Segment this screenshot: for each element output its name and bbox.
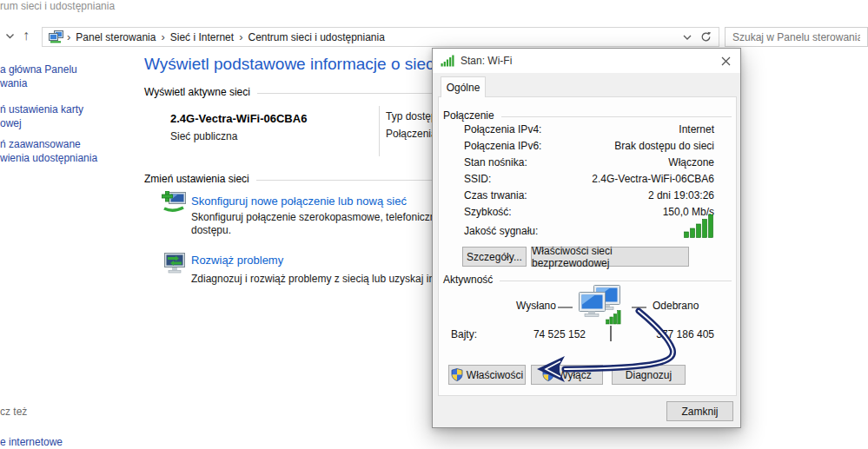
network-sharing-center-window: rum sieci i udostępniania ↑ › Panel ster… [0,0,868,449]
bytes-received-value: 377 186 405 [656,328,714,340]
bytes-separator [610,326,612,341]
row-value: Włączone [668,156,714,168]
sidebar-item-label: a główna Panelu [0,63,77,76]
up-arrow-icon[interactable]: ↑ [23,29,30,43]
row-label: Połączenia IPv6: [464,140,541,152]
window-title: rum sieci i udostępniania [0,0,115,12]
row-label: Szybkość: [464,206,512,218]
setup-new-connection-desc: dostępu. [191,224,231,236]
wifi-signal-icon [441,55,454,67]
dialog-title: Stan: Wi-Fi [461,55,512,67]
group-label: Aktywność [443,274,493,286]
tab-general[interactable]: Ogólne [441,76,486,97]
group-label: Połączenie [443,109,494,122]
troubleshoot-link[interactable]: Rozwiąż problemy [191,254,283,267]
sidebar-item-label: wania [0,76,77,90]
dialog-titlebar: Stan: Wi-Fi [433,49,740,73]
diagnose-button[interactable]: Diagnozuj [612,365,686,385]
see-also-label: cz też [0,406,27,418]
group-divider [501,116,732,117]
signal-quality-label: Jakość sygnału: [464,225,538,237]
close-icon[interactable] [718,53,733,69]
bytes-sent-value: 74 525 152 [533,328,586,340]
details-button[interactable]: Szczegóły... [462,247,527,267]
sidebar-item-label: owej [0,116,83,130]
uac-shield-icon [542,368,554,381]
section-label: Zmień ustawienia sieci [144,173,249,185]
new-connection-icon [162,191,188,214]
properties-button-label: Właściwości [467,369,523,381]
network-icon [49,30,63,43]
received-label: Odebrano [653,300,699,312]
close-dialog-button[interactable]: Zamknij [666,401,733,421]
row-label: Stan nośnika: [464,156,527,168]
disable-button[interactable]: Wyłącz [531,365,603,385]
properties-button[interactable]: Właściwości [448,365,526,385]
sidebar-item-change-adapter-settings[interactable]: ń ustawienia karty owej [0,102,83,130]
setup-new-connection-link[interactable]: Skonfiguruj nowe połączenie lub nową sie… [191,195,407,208]
uac-shield-icon [451,368,463,381]
sent-label: Wysłano [516,300,553,312]
sidebar-item-label: wienia udostępniania [0,151,97,165]
breadcrumb-item-centrum-sieci[interactable]: Centrum sieci i udostępniania [243,31,388,43]
row-label: SSID: [464,173,491,185]
row-label: Połączenia IPv4: [464,123,541,135]
group-divider [500,281,732,281]
row-value: Brak dostępu do sieci [614,140,714,152]
search-input[interactable] [725,27,868,47]
column-divider [379,106,380,156]
section-label: Wyświetl aktywne sieci [144,86,250,98]
sidebar-item-internet-options[interactable]: e internetowe [0,435,63,449]
sidebar-item-advanced-sharing-settings[interactable]: ń zaawansowane wienia udostępniania [0,137,97,165]
sent-dash [558,307,573,308]
bytes-label: Bajty: [451,328,477,340]
history-chevron-icon[interactable] [5,33,15,39]
received-dash [632,307,646,308]
sidebar-item-control-panel-home[interactable]: a główna Panelu wania [0,63,77,90]
row-value: 2.4G-Vectra-WiFi-06CBA6 [592,173,714,185]
network-name: 2.4G-Vectra-WiFi-06CBA6 [170,112,307,125]
troubleshoot-icon [162,253,188,274]
wifi-status-dialog: Stan: Wi-Fi Ogólne Połączenie Połączenia… [432,48,741,428]
breadcrumb-item-panel-sterowania[interactable]: Panel sterowania [71,31,160,43]
signal-quality-bars-icon [684,214,713,238]
wireless-properties-button[interactable]: Właściwości sieci bezprzewodowej [531,247,689,267]
network-type: Sieć publiczna [170,130,237,142]
refresh-icon[interactable] [700,31,712,43]
address-bar[interactable]: › Panel sterowania › Sieć i Internet › C… [42,27,719,47]
sidebar-item-label: ń ustawienia karty [0,102,83,116]
address-dropdown-chevron-icon[interactable] [683,35,692,40]
breadcrumb-item-siec-i-internet[interactable]: Sieć i Internet [166,31,238,43]
row-label: Czas trwania: [464,189,527,201]
row-value: Internet [679,123,714,135]
sidebar-item-label: ń zaawansowane [0,137,97,151]
activity-group-header: Aktywność [443,274,732,286]
computers-activity-icon [574,285,625,327]
row-value: 2 dni 19:03:26 [648,189,714,201]
disable-button-label: Wyłącz [558,369,592,381]
dialog-footer: Zamknij [433,394,740,427]
connection-group-header: Połączenie [443,109,732,122]
